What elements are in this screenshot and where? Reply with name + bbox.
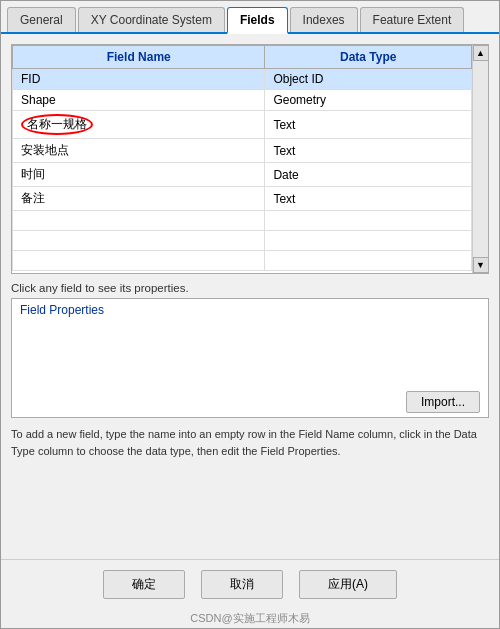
- data-type-cell[interactable]: Text: [265, 111, 472, 139]
- field-name-cell[interactable]: Shape: [13, 90, 265, 111]
- field-properties-label: Field Properties: [20, 303, 480, 317]
- tab-general[interactable]: General: [7, 7, 76, 32]
- tab-indexes[interactable]: Indexes: [290, 7, 358, 32]
- table-row[interactable]: 名称一规格 Text: [13, 111, 472, 139]
- table-row[interactable]: 备注 Text: [13, 187, 472, 211]
- fields-table-container: Field Name Data Type FID Object ID Shape…: [11, 44, 489, 274]
- table-row[interactable]: Shape Geometry: [13, 90, 472, 111]
- cancel-button[interactable]: 取消: [201, 570, 283, 599]
- field-name-cell[interactable]: [13, 231, 265, 251]
- data-type-cell[interactable]: Text: [265, 139, 472, 163]
- data-type-cell[interactable]: Geometry: [265, 90, 472, 111]
- scroll-track[interactable]: [473, 61, 489, 257]
- field-name-cell[interactable]: [13, 251, 265, 271]
- table-row[interactable]: [13, 231, 472, 251]
- table-row[interactable]: 安装地点 Text: [13, 139, 472, 163]
- content-area: Field Name Data Type FID Object ID Shape…: [1, 34, 499, 559]
- tab-feature-extent[interactable]: Feature Extent: [360, 7, 465, 32]
- table-row[interactable]: 时间 Date: [13, 163, 472, 187]
- data-type-cell[interactable]: [265, 251, 472, 271]
- tab-fields[interactable]: Fields: [227, 7, 288, 34]
- table-row[interactable]: [13, 211, 472, 231]
- field-properties-box: Field Properties Import...: [11, 298, 489, 418]
- scroll-down-arrow[interactable]: ▼: [473, 257, 489, 273]
- field-properties-content: [20, 321, 480, 387]
- watermark: CSDN@实施工程师木易: [1, 609, 499, 628]
- dialog: General XY Coordinate System Fields Inde…: [0, 0, 500, 629]
- bottom-instruction: To add a new field, type the name into a…: [11, 426, 489, 459]
- dialog-footer: 确定 取消 应用(A): [1, 559, 499, 609]
- tab-bar: General XY Coordinate System Fields Inde…: [1, 1, 499, 34]
- click-field-instruction: Click any field to see its properties.: [11, 282, 489, 294]
- field-name-cell[interactable]: 安装地点: [13, 139, 265, 163]
- ok-button[interactable]: 确定: [103, 570, 185, 599]
- field-name-cell[interactable]: 时间: [13, 163, 265, 187]
- highlighted-field: 名称一规格: [21, 114, 93, 135]
- col-header-field-name: Field Name: [13, 46, 265, 69]
- table-row[interactable]: FID Object ID: [13, 69, 472, 90]
- tab-xy-coordinate[interactable]: XY Coordinate System: [78, 7, 225, 32]
- apply-button[interactable]: 应用(A): [299, 570, 397, 599]
- data-type-cell[interactable]: Text: [265, 187, 472, 211]
- data-type-cell[interactable]: [265, 231, 472, 251]
- import-button-row: Import...: [20, 391, 480, 413]
- table-wrapper: Field Name Data Type FID Object ID Shape…: [12, 45, 488, 273]
- data-type-cell[interactable]: [265, 211, 472, 231]
- field-name-cell[interactable]: 名称一规格: [13, 111, 265, 139]
- scroll-up-arrow[interactable]: ▲: [473, 45, 489, 61]
- import-button[interactable]: Import...: [406, 391, 480, 413]
- col-header-data-type: Data Type: [265, 46, 472, 69]
- data-type-cell[interactable]: Object ID: [265, 69, 472, 90]
- field-name-cell[interactable]: [13, 211, 265, 231]
- table-row[interactable]: [13, 251, 472, 271]
- fields-table: Field Name Data Type FID Object ID Shape…: [12, 45, 472, 271]
- field-name-cell[interactable]: FID: [13, 69, 265, 90]
- table-scrollbar[interactable]: ▲ ▼: [472, 45, 488, 273]
- field-name-cell[interactable]: 备注: [13, 187, 265, 211]
- data-type-cell[interactable]: Date: [265, 163, 472, 187]
